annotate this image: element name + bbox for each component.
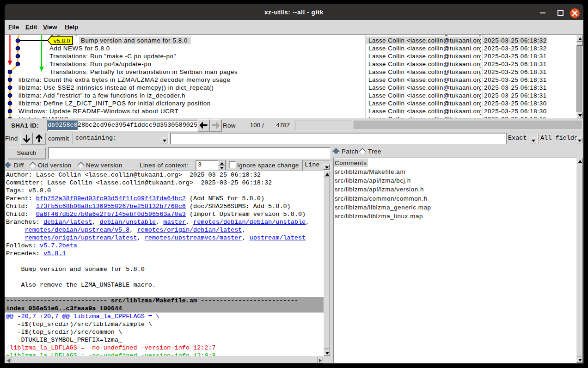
svg-text:v5.8.0: v5.8.0 — [54, 37, 70, 44]
